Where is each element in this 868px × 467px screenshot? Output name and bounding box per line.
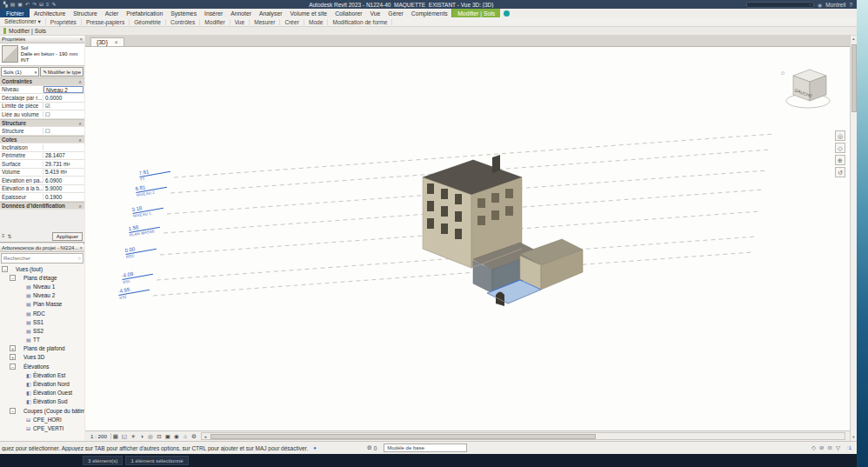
crop-view-icon[interactable]: ⊡ <box>155 433 164 440</box>
print-icon[interactable]: ⊟ <box>39 0 43 9</box>
viewcube[interactable]: ⌂ GAUCHE <box>781 70 830 108</box>
property-row[interactable]: Contraintes <box>0 77 84 86</box>
property-value[interactable]: 0.1900 <box>43 194 84 200</box>
tree-item[interactable]: ▤ RDC <box>0 309 84 317</box>
reveal-hidden-icon[interactable]: ⌂ <box>181 433 190 440</box>
tree-item[interactable]: ◧ Élévation Nord <box>0 379 84 388</box>
navigation-wheel-icon[interactable]: ◎ <box>835 130 845 141</box>
tree-item[interactable]: ▤ Plan Masse <box>0 300 84 309</box>
tree-item[interactable]: ◧ Élévation Est <box>0 370 84 379</box>
tree-expander-icon[interactable]: − <box>10 364 16 370</box>
ribbon-panel[interactable]: Modifier <box>200 19 230 25</box>
ribbon-panel[interactable]: Propriétés <box>46 19 82 25</box>
tree-expander-icon[interactable]: − <box>2 266 8 272</box>
revit-menu-icon[interactable]: ▚ <box>3 0 8 9</box>
property-row[interactable]: Niveau Niveau 2 <box>0 86 84 95</box>
tree-item[interactable]: ▤ SS2 <box>0 326 84 335</box>
ribbon-panel[interactable]: Créer <box>280 19 304 25</box>
ribbon-panel[interactable]: Vue <box>230 19 250 25</box>
tree-item[interactable]: ▤ SS1 <box>0 317 84 326</box>
help-icon[interactable]: ? <box>849 2 852 8</box>
exclude-options-icon[interactable]: ◇ <box>811 444 816 451</box>
tree-item[interactable]: ▤ Niveau 1 <box>0 282 84 290</box>
properties-help-icon[interactable]: ≡ <box>2 233 5 239</box>
viewport-3d[interactable]: ⌂ GAUCHE 7.61 TT 6.81 <box>85 47 850 430</box>
ribbon-tab[interactable]: Systèmes <box>167 9 201 17</box>
tree-item[interactable]: + Vues 3D <box>0 353 84 362</box>
show-crop-icon[interactable]: ▣ <box>164 433 172 440</box>
tree-expander-icon[interactable]: + <box>10 354 16 360</box>
ribbon-tab[interactable]: Compléments <box>407 9 451 17</box>
close-icon[interactable]: × <box>79 37 83 42</box>
scroll-up-icon[interactable]: ▴ <box>852 36 854 43</box>
undo-icon[interactable]: ↶ <box>25 0 30 9</box>
property-value[interactable]: 6.0900 <box>43 177 84 183</box>
property-value[interactable]: Niveau 2 <box>43 86 83 93</box>
property-row[interactable]: Structure <box>0 119 84 128</box>
tree-item[interactable]: ▤ TT <box>0 336 84 344</box>
tree-expander-icon[interactable]: − <box>10 408 16 414</box>
type-selector[interactable]: Sol Dalle en béton - 190 mm INT <box>0 43 84 66</box>
design-options-select[interactable]: Modèle de base <box>384 444 467 452</box>
tree-item[interactable]: ◧ Élévation Ouest <box>0 389 84 397</box>
open-icon[interactable]: ▤ <box>10 0 16 9</box>
tree-item[interactable]: ◧ Élévation Sud <box>0 397 84 406</box>
selection-filter-icon[interactable]: ▽ <box>836 444 840 451</box>
ribbon-tab[interactable]: Analyser <box>256 9 286 17</box>
ribbon-panel[interactable]: Mesurer <box>250 19 280 25</box>
edit-links-icon[interactable]: ⊘ <box>819 444 824 451</box>
tree-item[interactable]: − Plans d'étage <box>0 273 84 282</box>
measure-icon[interactable]: ≡ <box>46 0 50 9</box>
property-row[interactable]: Élévation en pa... 6.0900 <box>0 177 84 185</box>
worksharing-icon[interactable]: ● <box>313 445 317 450</box>
view-tab-3d[interactable]: {3D} × <box>90 37 124 46</box>
detail-level-icon[interactable]: ▦ <box>111 433 120 440</box>
rewind-icon[interactable]: ↺ <box>835 167 845 177</box>
contextual-tab-modify-sols[interactable]: Modifier | Sols <box>451 9 500 17</box>
ribbon-tab[interactable]: Structure <box>70 9 102 17</box>
property-row[interactable]: Données d'identification <box>0 202 84 210</box>
property-value[interactable]: 5.419 m³ <box>43 169 84 175</box>
apply-button[interactable]: Appliquer <box>52 232 83 241</box>
ribbon-tab[interactable]: Collaborer <box>331 9 366 17</box>
scroll-left-icon[interactable]: ◂ <box>202 434 209 439</box>
horizontal-scrollbar[interactable]: ◂ <box>201 432 845 440</box>
tree-item[interactable]: ▤ Niveau 2 <box>0 291 84 300</box>
property-value[interactable]: ☐ <box>43 111 84 117</box>
property-row[interactable]: Élévation à la b... 5.9000 <box>0 185 84 194</box>
temporary-hide-icon[interactable]: ◉ <box>172 433 181 440</box>
pan-icon[interactable]: ◇ <box>835 143 845 153</box>
tree-item[interactable]: ⊟ CPE_HORI <box>0 415 84 424</box>
ribbon-panel[interactable]: Contrôles <box>166 19 200 25</box>
property-value[interactable]: 5.9000 <box>43 185 84 191</box>
ribbon-panel[interactable]: Sélectionner ▾ <box>0 18 46 25</box>
ribbon-tab[interactable]: Préfabrication <box>123 9 167 17</box>
ribbon-tab[interactable]: Acier <box>101 9 123 17</box>
vertical-scroll-thumb[interactable] <box>851 44 857 112</box>
vertical-scrollbar[interactable]: ▴ ▾ <box>850 36 857 441</box>
ribbon-panel[interactable]: Mode <box>304 19 329 25</box>
ribbon-panel[interactable]: Géométrie <box>130 19 166 25</box>
property-row[interactable]: Volume 5.419 m³ <box>0 169 84 177</box>
property-value[interactable]: 0.0000 <box>43 95 84 101</box>
close-view-icon[interactable]: × <box>115 39 118 45</box>
redo-icon[interactable]: ↷ <box>32 0 37 9</box>
property-value[interactable]: 29.731 m² <box>43 161 84 167</box>
horizontal-scroll-thumb[interactable] <box>210 434 596 439</box>
property-row[interactable]: Inclinaison <box>0 143 84 152</box>
ribbon-tab[interactable]: Gérer <box>384 9 407 17</box>
ribbon-panel[interactable]: Presse-papiers <box>82 19 130 25</box>
ribbon-panel[interactable]: Modification de forme <box>328 19 392 25</box>
element-filter-combo[interactable]: Sols (1) ▾ <box>1 67 39 77</box>
property-value[interactable]: ☑ <box>43 103 84 109</box>
property-row[interactable]: Périmètre 28.1407 <box>0 152 84 161</box>
ribbon-tab[interactable]: Annoter <box>227 9 256 17</box>
edit-type-button[interactable]: ✎ Modifier le type <box>40 67 83 77</box>
property-row[interactable]: Liée au volume ☐ <box>0 110 84 119</box>
visual-style-icon[interactable]: ◱ <box>120 433 129 440</box>
browser-search-input[interactable] <box>2 256 77 261</box>
tree-item[interactable]: − Coupes (Coupe du bâtim... <box>0 406 84 415</box>
tree-item[interactable]: − Élévations <box>0 362 84 370</box>
property-row[interactable]: Surface 29.731 m² <box>0 160 84 169</box>
view-scale[interactable]: 1 : 200 <box>87 433 111 439</box>
